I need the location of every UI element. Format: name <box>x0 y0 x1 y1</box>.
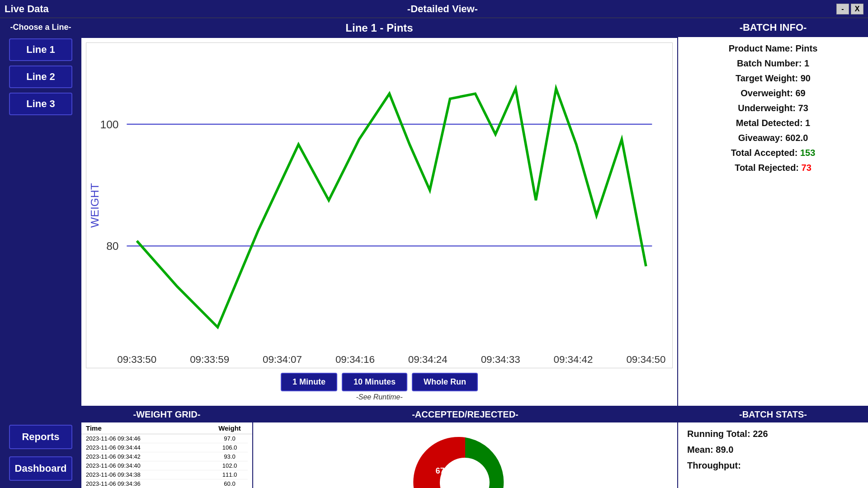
weight-grid-header: Time Weight <box>81 422 252 434</box>
svg-text:09:33:59: 09:33:59 <box>190 354 229 365</box>
svg-text:09:34:24: 09:34:24 <box>408 354 448 365</box>
svg-text:09:34:07: 09:34:07 <box>263 354 302 365</box>
svg-text:09:34:33: 09:34:33 <box>481 354 520 365</box>
table-row: 2023-11-06 09:34:3660.0 <box>86 479 248 488</box>
chart-panel: Line 1 - Pints WEIGHT 100 80 09:33:50 <box>81 18 678 406</box>
grid-cell-time: 2023-11-06 09:34:40 <box>86 462 212 469</box>
accepted-rejected-title: -ACCEPTED/REJECTED- <box>253 407 677 422</box>
underweight: Underweight: 73 <box>687 103 859 113</box>
batch-info-title: -BATCH INFO- <box>678 18 868 37</box>
grid-cell-time: 2023-11-06 09:34:38 <box>86 471 212 478</box>
choose-line-label: -Choose a Line- <box>10 23 71 32</box>
grid-cell-weight: 111.0 <box>212 471 248 478</box>
svg-text:09:34:50: 09:34:50 <box>626 354 665 365</box>
running-total: Running Total: 226 <box>687 429 859 439</box>
chart-container: WEIGHT 100 80 09:33:50 09:33:59 09:34:07… <box>86 42 673 368</box>
chart-buttons: 1 Minute 10 Minutes Whole Run <box>86 373 673 391</box>
top-section: Line 1 - Pints WEIGHT 100 80 09:33:50 <box>81 18 868 407</box>
reports-button[interactable]: Reports <box>9 425 72 449</box>
ten-minutes-button[interactable]: 10 Minutes <box>342 373 407 391</box>
svg-text:67.7%: 67.7% <box>435 466 458 475</box>
col-weight-header: Weight <box>212 424 248 432</box>
total-accepted-label: Total Accepted: <box>731 148 800 158</box>
app-title: Live Data <box>5 3 49 15</box>
content-area: Line 1 - Pints WEIGHT 100 80 09:33:50 <box>81 18 868 488</box>
grid-cell-time: 2023-11-06 09:34:42 <box>86 453 212 460</box>
total-rejected-value: 73 <box>802 163 811 173</box>
grid-cell-time: 2023-11-06 09:34:46 <box>86 435 212 442</box>
chart-svg: WEIGHT 100 80 09:33:50 09:33:59 09:34:07… <box>86 43 672 368</box>
batch-info-panel: -BATCH INFO- Product Name: Pints Batch N… <box>678 18 868 406</box>
sidebar: -Choose a Line- Line 1 Line 2 Line 3 Rep… <box>0 18 81 488</box>
minimize-button[interactable]: - <box>836 4 849 14</box>
total-accepted-value: 153 <box>800 148 815 158</box>
mean: Mean: 89.0 <box>687 445 859 455</box>
giveaway: Giveaway: 602.0 <box>687 133 859 143</box>
close-button[interactable]: X <box>851 4 863 14</box>
batch-stats-title: -BATCH STATS- <box>678 407 868 422</box>
sidebar-item-line1[interactable]: Line 1 <box>9 38 72 61</box>
target-weight: Target Weight: 90 <box>687 73 859 84</box>
see-runtime-label: -See Runtime- <box>86 393 673 401</box>
total-accepted: Total Accepted: 153 <box>687 148 859 158</box>
grid-cell-weight: 97.0 <box>212 435 248 442</box>
window-controls: - X <box>836 4 863 14</box>
weight-grid-panel: -WEIGHT GRID- Time Weight 2023-11-06 09:… <box>81 407 253 488</box>
total-rejected-label: Total Rejected: <box>735 163 801 173</box>
metal-detected: Metal Detected: 1 <box>687 118 859 128</box>
product-name: Product Name: Pints <box>687 43 859 54</box>
bottom-section: -WEIGHT GRID- Time Weight 2023-11-06 09:… <box>81 407 868 488</box>
grid-cell-time: 2023-11-06 09:34:36 <box>86 480 212 487</box>
table-row: 2023-11-06 09:34:38111.0 <box>86 470 248 479</box>
batch-number: Batch Number: 1 <box>687 58 859 69</box>
col-time-header: Time <box>86 424 212 432</box>
weight-grid-title: -WEIGHT GRID- <box>81 407 252 422</box>
svg-text:100: 100 <box>100 118 119 131</box>
throughput: Throughput: <box>687 460 859 471</box>
total-rejected: Total Rejected: 73 <box>687 163 859 173</box>
svg-text:80: 80 <box>106 240 118 252</box>
overweight: Overweight: 69 <box>687 88 859 99</box>
chart-title: Line 1 - Pints <box>81 18 677 38</box>
grid-cell-weight: 106.0 <box>212 444 248 451</box>
grid-cell-weight: 60.0 <box>212 480 248 487</box>
one-minute-button[interactable]: 1 Minute <box>281 373 337 391</box>
sidebar-item-line3[interactable]: Line 3 <box>9 93 72 115</box>
weight-grid-scroll[interactable]: 2023-11-06 09:34:4697.02023-11-06 09:34:… <box>81 434 252 488</box>
donut-chart: 67.7% 32.3% <box>402 428 528 488</box>
whole-run-button[interactable]: Whole Run <box>412 373 478 391</box>
grid-cell-weight: 93.0 <box>212 453 248 460</box>
svg-text:09:33:50: 09:33:50 <box>117 354 156 365</box>
table-row: 2023-11-06 09:34:4697.0 <box>86 434 248 443</box>
title-bar: Live Data -Detailed View- - X <box>0 0 868 18</box>
grid-cell-time: 2023-11-06 09:34:44 <box>86 444 212 451</box>
y-axis-label: WEIGHT <box>89 183 101 228</box>
svg-text:09:34:42: 09:34:42 <box>554 354 593 365</box>
grid-cell-weight: 102.0 <box>212 462 248 469</box>
view-title: -Detailed View- <box>407 3 478 15</box>
table-row: 2023-11-06 09:34:44106.0 <box>86 443 248 452</box>
donut-chart-container: 67.7% 32.3% <box>402 422 528 488</box>
dashboard-button[interactable]: Dashboard <box>9 456 72 481</box>
sidebar-item-line2[interactable]: Line 2 <box>9 66 72 88</box>
batch-stats-panel: -BATCH STATS- Running Total: 226 Mean: 8… <box>678 407 868 488</box>
svg-text:09:34:16: 09:34:16 <box>335 354 375 365</box>
accepted-rejected-panel: -ACCEPTED/REJECTED- 67.7% <box>253 407 678 488</box>
table-row: 2023-11-06 09:34:4293.0 <box>86 452 248 461</box>
main-layout: -Choose a Line- Line 1 Line 2 Line 3 Rep… <box>0 18 868 488</box>
table-row: 2023-11-06 09:34:40102.0 <box>86 461 248 470</box>
